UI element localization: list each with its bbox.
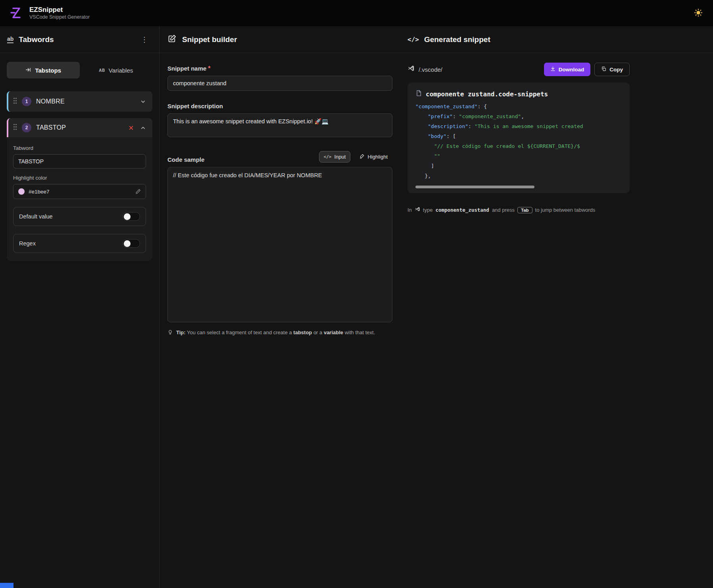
input-mode-button[interactable]: </> Input: [319, 151, 351, 163]
tab-tabstops[interactable]: Tabstops: [7, 62, 80, 79]
chevron-down-icon[interactable]: [139, 98, 147, 105]
snippet-builder-panel: Snippet builder Snippet name* Snippet de…: [160, 26, 400, 588]
app-titles: EZSnippet VSCode Snippet Generator: [29, 6, 90, 20]
tabwords-ab-icon: ab: [7, 36, 13, 43]
tabwords-tabs: Tabstops AB Variables: [7, 62, 152, 79]
drag-handle-icon[interactable]: [13, 98, 17, 105]
code-line: "// Este código fue creado el ${CURRENT_…: [415, 141, 622, 151]
generated-code: "componente_zustand": {"prefix": "compon…: [415, 102, 622, 181]
tabword-field-label: Tabword: [13, 145, 146, 151]
highlight-color-input[interactable]: #e1bee7: [13, 184, 146, 199]
snippet-description-input[interactable]: This is an awesome snippet created with …: [167, 113, 392, 137]
tabwords-title: Tabwords: [19, 35, 54, 44]
tabwords-body: Tabstops AB Variables 1 NOMBRE: [0, 53, 159, 270]
tabword-item-tabstop[interactable]: 2 TABSTOP: [7, 118, 152, 137]
tab-variables[interactable]: AB Variables: [80, 62, 153, 79]
code-sample-label: Code sample: [167, 156, 204, 163]
chevron-up-icon[interactable]: [139, 124, 147, 132]
builder-edit-icon: [167, 34, 176, 45]
highlight-mode-label: Highlight: [367, 154, 388, 160]
tabword-index-badge: 2: [22, 123, 31, 132]
pencil-icon[interactable]: [135, 189, 141, 194]
generated-snippet-panel: </> Generated snippet /.vscode/: [400, 26, 713, 588]
hint-text: In: [407, 207, 412, 213]
download-label: Download: [559, 67, 584, 73]
toggle-knob: [124, 213, 131, 220]
required-asterisk: *: [208, 65, 210, 72]
download-button[interactable]: Download: [544, 63, 591, 76]
builder-title: Snippet builder: [182, 35, 237, 44]
tabword-item-tabstop-group: 2 TABSTOP Tabword Highlight color: [7, 118, 152, 261]
tabword-input[interactable]: [13, 154, 146, 169]
tab-key-chip: Tab: [517, 207, 532, 213]
toggle-knob: [124, 240, 131, 247]
snippet-name-input[interactable]: [167, 76, 392, 91]
snippet-name-label: Snippet name: [167, 65, 206, 72]
code-sample-input[interactable]: // Este código fue creado el DIA/MES/YEA…: [167, 167, 392, 322]
hint-text: to jump between tabwords: [535, 207, 596, 213]
code-mode-chips: </> Input Highlight: [319, 151, 392, 163]
hint-text: and press: [492, 207, 515, 213]
highlight-mode-button[interactable]: Highlight: [354, 151, 392, 163]
code-line: "description": "This is an awesome snipp…: [415, 121, 622, 131]
horizontal-scrollbar: [415, 186, 622, 188]
generated-body: /.vscode/ Download: [400, 53, 713, 215]
hint-text: type: [423, 207, 433, 213]
tabword-item-nombre[interactable]: 1 NOMBRE: [7, 91, 152, 112]
app-root: EZSnippet VSCode Snippet Generator ab Ta…: [0, 0, 713, 588]
delete-tabword-x-icon[interactable]: [128, 124, 135, 131]
vscode-icon-small: [415, 207, 420, 213]
tip-text: Tip: You can select a fragment of text a…: [176, 329, 375, 337]
vscode-path: /.vscode/: [419, 66, 442, 73]
tab-ab-icon: AB: [99, 68, 105, 73]
code-line: "": [415, 151, 622, 161]
highlight-color-label: Highlight color: [13, 175, 146, 181]
theme-toggle-sun-icon[interactable]: [692, 7, 704, 20]
regex-row: Regex: [13, 234, 146, 253]
tab-variables-label: Variables: [109, 67, 133, 74]
code-line: "prefix": "componente_zustand",: [415, 111, 622, 121]
app-logo-icon: [8, 5, 24, 21]
regex-label: Regex: [19, 240, 36, 247]
code-line: "body": [: [415, 131, 622, 141]
builder-header: Snippet builder: [160, 26, 400, 53]
generated-code-card: componente zustand.code-snippets "compon…: [407, 82, 630, 193]
code-sample-row: Code sample </> Input Highlight: [167, 151, 392, 163]
name-label-row: Snippet name*: [167, 65, 392, 72]
builder-body: Snippet name* Snippet description This i…: [160, 53, 400, 339]
copy-label: Copy: [609, 67, 623, 73]
tabword-name: TABSTOP: [36, 124, 66, 131]
code-line: ]: [415, 161, 622, 171]
snippet-description-label: Snippet description: [167, 103, 223, 109]
code-brackets-icon: </>: [324, 154, 332, 159]
generated-title: Generated snippet: [424, 35, 490, 44]
default-value-toggle[interactable]: [123, 212, 140, 221]
tabword-details: Tabword Highlight color #e1bee7 Default …: [7, 137, 152, 261]
tab-tabstops-label: Tabstops: [35, 67, 61, 74]
drag-handle-icon[interactable]: [13, 124, 17, 132]
kebab-menu-icon[interactable]: ⋮: [137, 34, 152, 45]
app-header: EZSnippet VSCode Snippet Generator: [0, 0, 713, 26]
copy-button[interactable]: Copy: [594, 63, 630, 76]
usage-hint: In type componente_zustand and press Tab…: [407, 207, 630, 213]
default-value-label: Default value: [19, 213, 53, 220]
vscode-path-row: /.vscode/ Download: [407, 63, 630, 76]
generated-content: /.vscode/ Download: [407, 63, 630, 213]
generated-header: </> Generated snippet: [400, 26, 713, 53]
color-hex-value: #e1bee7: [29, 189, 50, 195]
scrollbar-thumb[interactable]: [415, 186, 534, 188]
color-swatch: [18, 188, 25, 195]
tabword-index-badge: 1: [22, 97, 31, 106]
tabword-name: NOMBRE: [36, 98, 65, 105]
download-icon: [550, 66, 555, 73]
code-line: "componente_zustand": {: [415, 102, 622, 111]
vscode-icon: [407, 65, 415, 74]
tab-arrow-icon: [25, 67, 31, 74]
code-icon: </>: [407, 36, 419, 43]
file-icon: [415, 90, 422, 98]
regex-toggle[interactable]: [123, 239, 140, 248]
tip-note: Tip: You can select a fragment of text a…: [167, 329, 392, 337]
app-name: EZSnippet: [29, 6, 90, 14]
tabwords-sidebar: ab Tabwords ⋮ Tabstops AB Variables: [0, 26, 160, 588]
snippet-file-name: componente zustand.code-snippets: [426, 90, 548, 98]
